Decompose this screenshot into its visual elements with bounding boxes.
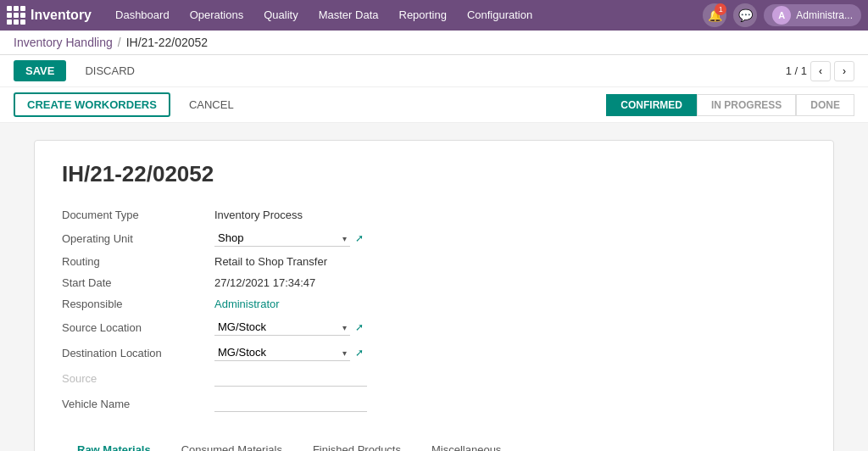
discard-button[interactable]: DISCARD xyxy=(73,60,147,81)
breadcrumb-parent[interactable]: Inventory Handling xyxy=(14,36,113,49)
breadcrumb-current: IH/21-22/02052 xyxy=(126,36,209,49)
destination-location-field[interactable]: MG/Stock ➚ xyxy=(214,340,503,365)
user-name: Administra... xyxy=(796,9,853,21)
nav-logo[interactable]: Inventory xyxy=(7,6,92,25)
operating-unit-link-icon[interactable]: ➚ xyxy=(355,232,364,244)
operating-unit-field[interactable]: Shop ➚ xyxy=(214,226,503,251)
tab-miscellaneous[interactable]: Miscellaneous xyxy=(416,437,516,451)
notification-badge: 1 xyxy=(715,3,726,15)
next-page-button[interactable]: › xyxy=(834,61,854,81)
create-workorders-button[interactable]: CREATE WORKORDERS xyxy=(14,92,170,117)
status-confirmed[interactable]: CONFIRMED xyxy=(606,94,697,116)
tab-raw-materials[interactable]: Raw Materials xyxy=(62,437,166,451)
source-location-field[interactable]: MG/Stock ➚ xyxy=(214,315,503,340)
main-content: IH/21-22/02052 Document Type Inventory P… xyxy=(0,123,868,451)
nav-dashboard[interactable]: Dashboard xyxy=(105,0,180,31)
routing-label: Routing xyxy=(62,251,214,272)
chat-icon[interactable]: 💬 xyxy=(733,3,757,27)
breadcrumb: Inventory Handling / IH/21-22/02052 xyxy=(0,31,868,55)
document-type-label: Document Type xyxy=(62,204,214,226)
destination-location-label: Destination Location xyxy=(62,340,214,365)
vehicle-name-value xyxy=(214,391,503,416)
grid-icon xyxy=(7,6,25,25)
source-location-select[interactable]: MG/Stock xyxy=(214,319,350,336)
status-done[interactable]: DONE xyxy=(796,94,854,116)
nav-reporting[interactable]: Reporting xyxy=(389,0,457,31)
user-avatar: A xyxy=(772,6,791,25)
source-location-label: Source Location xyxy=(62,315,214,340)
page-navigation: 1 / 1 ‹ › xyxy=(786,61,854,81)
tab-finished-products[interactable]: Finished Products xyxy=(298,437,416,451)
action-bar-secondary: CREATE WORKORDERS CANCEL CONFIRMED IN PR… xyxy=(0,87,868,123)
destination-location-link-icon[interactable]: ➚ xyxy=(355,347,364,359)
nav-quality[interactable]: Quality xyxy=(253,0,308,31)
start-date-label: Start Date xyxy=(62,272,214,293)
breadcrumb-separator: / xyxy=(118,36,121,49)
source-value xyxy=(214,365,503,391)
responsible-value[interactable]: Administrator xyxy=(214,293,503,315)
nav-menu: Dashboard Operations Quality Master Data… xyxy=(105,0,703,31)
status-in-progress[interactable]: IN PROGRESS xyxy=(697,94,796,116)
top-navigation: Inventory Dashboard Operations Quality M… xyxy=(0,0,868,31)
responsible-label: Responsible xyxy=(62,293,214,315)
save-button[interactable]: SAVE xyxy=(14,60,66,81)
source-label: Source xyxy=(62,365,214,391)
nav-right-icons: 🔔 1 💬 A Administra... xyxy=(703,3,861,27)
operating-unit-label: Operating Unit xyxy=(62,226,214,251)
nav-operations[interactable]: Operations xyxy=(180,0,254,31)
prev-page-button[interactable]: ‹ xyxy=(810,61,831,81)
destination-location-select[interactable]: MG/Stock xyxy=(214,344,350,361)
routing-value: Retail to Shop Transfer xyxy=(214,251,503,272)
source-input[interactable] xyxy=(214,370,367,387)
form-card: IH/21-22/02052 Document Type Inventory P… xyxy=(34,140,834,451)
nav-master-data[interactable]: Master Data xyxy=(309,0,389,31)
action-bar-primary: SAVE DISCARD 1 / 1 ‹ › xyxy=(0,55,868,87)
user-menu[interactable]: A Administra... xyxy=(764,4,861,26)
notifications-icon[interactable]: 🔔 1 xyxy=(703,3,726,27)
source-location-link-icon[interactable]: ➚ xyxy=(355,321,364,333)
operating-unit-select[interactable]: Shop xyxy=(214,230,350,247)
nav-configuration[interactable]: Configuration xyxy=(457,0,542,31)
tab-consumed-materials[interactable]: Consumed Materials xyxy=(166,437,298,451)
cancel-button[interactable]: CANCEL xyxy=(177,94,246,115)
vehicle-name-label: Vehicle Name xyxy=(62,391,214,416)
document-type-value: Inventory Process xyxy=(214,204,503,226)
page-info: 1 / 1 xyxy=(786,64,807,77)
vehicle-name-input[interactable] xyxy=(214,395,367,412)
form-fields: Document Type Inventory Process Operatin… xyxy=(62,204,503,416)
tab-bar: Raw Materials Consumed Materials Finishe… xyxy=(62,437,806,451)
status-badges: CONFIRMED IN PROGRESS DONE xyxy=(606,94,854,116)
app-name: Inventory xyxy=(31,8,92,23)
start-date-value: 27/12/2021 17:34:47 xyxy=(214,272,503,293)
document-title: IH/21-22/02052 xyxy=(62,161,806,187)
